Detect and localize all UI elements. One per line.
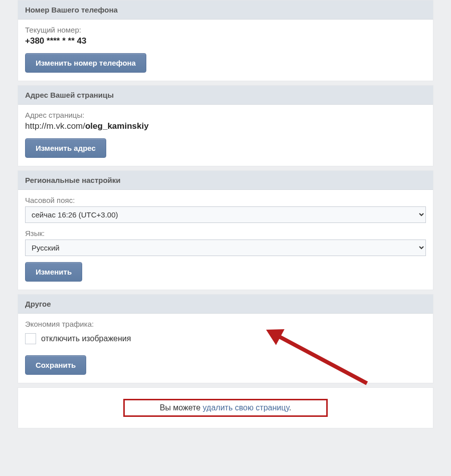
disable-images-label: отключить изображения xyxy=(41,334,131,343)
annotation-highlight-box: Вы можете удалить свою страницу. xyxy=(123,399,328,417)
other-section-header: Другое xyxy=(18,295,433,314)
timezone-label: Часовой пояс: xyxy=(25,196,426,204)
footer-section: Вы можете удалить свою страницу. xyxy=(18,387,433,428)
delete-page-link[interactable]: удалить свою страницу xyxy=(203,403,289,412)
regional-section-header: Региональные настройки xyxy=(18,171,433,190)
page-address-prefix: http://m.vk.com/ xyxy=(25,121,85,131)
current-phone-label: Текущий номер: xyxy=(25,26,426,34)
language-select[interactable]: Русский xyxy=(25,240,426,256)
regional-section: Региональные настройки Часовой пояс: сей… xyxy=(18,170,433,290)
save-button[interactable]: Сохранить xyxy=(25,355,86,375)
page-address-slug: oleg_kaminskiy xyxy=(85,121,149,131)
change-address-button[interactable]: Изменить адрес xyxy=(25,138,106,158)
traffic-saving-label: Экономия трафика: xyxy=(25,320,426,328)
address-section-header: Адрес Вашей страницы xyxy=(18,86,433,105)
delete-page-prefix: Вы можете xyxy=(160,403,203,412)
delete-page-suffix: . xyxy=(289,403,291,412)
change-regional-button[interactable]: Изменить xyxy=(25,262,82,282)
current-phone-value: +380 **** * ** 43 xyxy=(25,36,426,46)
phone-section: Номер Вашего телефона Текущий номер: +38… xyxy=(18,0,433,81)
disable-images-checkbox[interactable] xyxy=(25,333,36,344)
language-label: Язык: xyxy=(25,229,426,237)
disable-images-row[interactable]: отключить изображения xyxy=(25,333,426,344)
other-section: Другое Экономия трафика: отключить изобр… xyxy=(18,294,433,383)
address-section: Адрес Вашей страницы Адрес страницы: htt… xyxy=(18,85,433,166)
phone-section-header: Номер Вашего телефона xyxy=(18,1,433,20)
page-address-value: http://m.vk.com/oleg_kaminskiy xyxy=(25,121,426,131)
timezone-select[interactable]: сейчас 16:26 (UTC+3.00) xyxy=(25,206,426,223)
page-address-label: Адрес страницы: xyxy=(25,111,426,119)
change-phone-button[interactable]: Изменить номер телефона xyxy=(25,53,146,73)
